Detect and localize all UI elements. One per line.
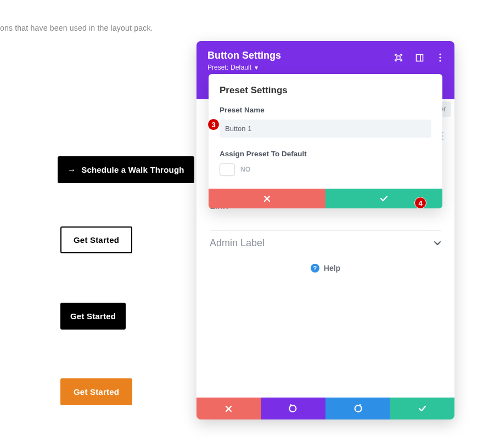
preset-name: Default: [231, 64, 251, 71]
toggle-value-text: NO: [240, 166, 251, 173]
modal-undo-button[interactable]: [261, 398, 326, 419]
preset-dropdown[interactable]: Preset: Default ▼: [207, 64, 443, 71]
schedule-walkthrough-button[interactable]: → Schedule a Walk Through: [58, 156, 194, 183]
annotation-badge-4: 4: [414, 197, 426, 209]
modal-bottom-bar: [196, 398, 454, 419]
modal-redo-button[interactable]: [325, 398, 390, 419]
get-started-outline-button[interactable]: Get Started: [60, 226, 132, 253]
svg-point-5: [439, 60, 441, 61]
chevron-down-icon: [434, 241, 441, 246]
redo-icon: [353, 404, 362, 413]
preset-name-input[interactable]: [220, 120, 431, 138]
check-icon: [418, 405, 426, 412]
panel-icon[interactable]: [415, 53, 424, 62]
assign-default-label: Assign Preset To Default: [220, 150, 431, 158]
svg-rect-0: [397, 56, 400, 59]
assign-default-toggle[interactable]: [220, 163, 235, 175]
preset-name-label: Preset Name: [220, 106, 431, 114]
popover-actions: [209, 189, 442, 208]
more-vertical-icon[interactable]: [436, 53, 445, 62]
help-link[interactable]: ? Help: [196, 264, 454, 273]
help-label: Help: [324, 264, 340, 273]
button-settings-modal: Button Settings Preset: Default ▼ er ⋯ P…: [196, 41, 454, 419]
check-icon: [380, 195, 388, 202]
caret-down-icon: ▼: [254, 65, 259, 71]
svg-point-4: [439, 56, 441, 58]
arrow-right-icon: →: [68, 165, 76, 174]
modal-save-button[interactable]: [390, 398, 455, 419]
popover-title: Preset Settings: [220, 85, 431, 96]
popover-cancel-button[interactable]: [209, 189, 325, 208]
modal-close-button[interactable]: [196, 398, 261, 419]
close-icon: [225, 405, 232, 412]
close-icon: [263, 195, 271, 202]
button-label: Get Started: [74, 387, 119, 396]
help-icon: ?: [311, 264, 319, 273]
admin-label-section-toggle[interactable]: Admin Label: [210, 230, 441, 249]
preset-settings-popover: Preset Settings Preset Name Assign Prese…: [209, 74, 442, 208]
svg-point-3: [439, 53, 441, 55]
svg-rect-1: [416, 54, 423, 61]
get-started-orange-button[interactable]: Get Started: [60, 378, 132, 405]
button-label: Schedule a Walk Through: [81, 165, 184, 174]
section-title: Admin Label: [210, 237, 265, 249]
button-label: Get Started: [74, 235, 119, 245]
preset-prefix: Preset:: [207, 64, 228, 71]
get-started-black-button[interactable]: Get Started: [60, 303, 126, 330]
expand-icon[interactable]: [394, 53, 403, 62]
button-label: Get Started: [70, 311, 116, 321]
annotation-badge-3: 3: [207, 118, 220, 131]
page-fragment-text: ons that have been used in the layout pa…: [0, 24, 153, 32]
undo-icon: [289, 404, 297, 413]
